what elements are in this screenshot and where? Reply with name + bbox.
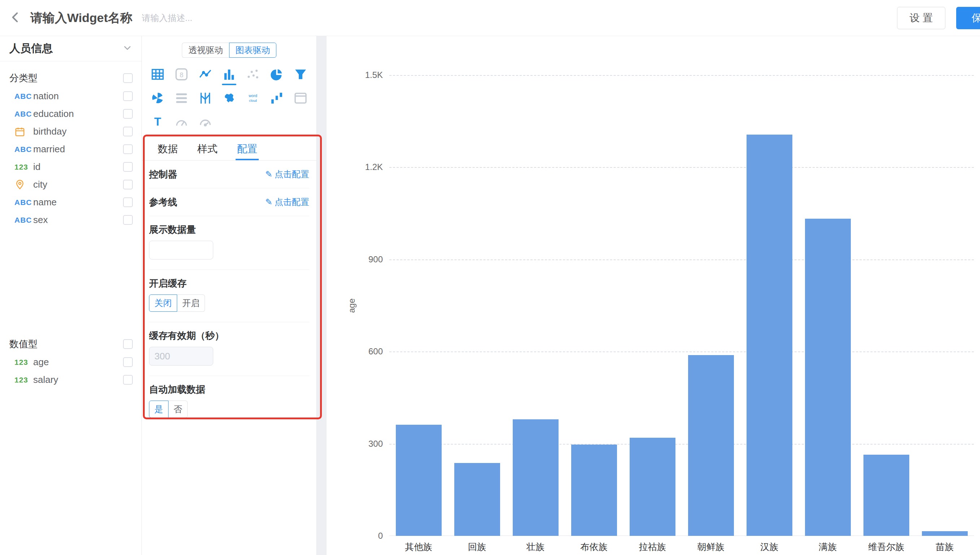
- x-axis-tick-label: 汉族: [740, 541, 799, 553]
- gauge-icon[interactable]: [171, 112, 192, 132]
- controller-label: 控制器: [149, 169, 177, 180]
- auto-load-yes-button[interactable]: 是: [149, 401, 168, 418]
- y-axis-title: age: [347, 298, 357, 313]
- field-name: birthday: [33, 126, 123, 137]
- field-row-age[interactable]: 123age: [0, 353, 141, 371]
- gridline: [389, 167, 974, 168]
- field-row-city[interactable]: city: [0, 176, 141, 193]
- field-row-sex[interactable]: ABCsex: [0, 211, 141, 229]
- settings-button[interactable]: 设 置: [897, 7, 945, 29]
- dial-icon[interactable]: [195, 112, 215, 132]
- field-section-label: 数值型: [10, 338, 37, 350]
- y-axis-tick-label: 900: [368, 254, 383, 265]
- mode-pivot-drive[interactable]: 透视驱动: [182, 43, 229, 58]
- field-checkbox[interactable]: [123, 109, 133, 119]
- cache-expiry-label: 缓存有效期（秒）: [149, 330, 309, 341]
- y-axis-tick-label: 1.2K: [365, 162, 383, 172]
- x-axis-tick-label: 维吾尔族: [857, 541, 915, 553]
- cache-off-button[interactable]: 关闭: [149, 294, 177, 312]
- field-section: 分类型ABCnationABCeducationbirthdayABCmarri…: [0, 69, 141, 229]
- reference-line-configure-text: 点击配置: [275, 196, 309, 208]
- rich-text-icon[interactable]: T: [147, 112, 168, 132]
- table-icon[interactable]: [147, 64, 168, 85]
- field-checkbox[interactable]: [123, 215, 133, 225]
- field-section: 数值型123age123salary: [0, 335, 141, 389]
- china-map-icon[interactable]: [219, 88, 239, 108]
- x-axis-tick-label: 朝鲜族: [682, 541, 740, 553]
- field-row-birthday[interactable]: birthday: [0, 123, 141, 140]
- section-checkbox[interactable]: [123, 339, 133, 349]
- tab-data[interactable]: 数据: [154, 138, 181, 160]
- cache-block: 开启缓存 关闭 开启: [149, 270, 309, 322]
- field-name: salary: [33, 374, 123, 385]
- field-row-education[interactable]: ABCeducation: [0, 105, 141, 123]
- field-checkbox[interactable]: [123, 162, 133, 172]
- section-checkbox[interactable]: [123, 73, 133, 83]
- line-chart-icon[interactable]: [195, 64, 215, 85]
- back-button[interactable]: [6, 8, 26, 28]
- y-axis-tick-label: 600: [368, 346, 383, 356]
- radar-icon[interactable]: [147, 88, 168, 108]
- field-row-nation[interactable]: ABCnation: [0, 87, 141, 105]
- tab-style[interactable]: 样式: [194, 138, 221, 160]
- auto-load-block: 自动加载数据 是 否: [149, 376, 309, 428]
- cache-on-button[interactable]: 开启: [177, 294, 205, 312]
- field-row-married[interactable]: ABCmarried: [0, 140, 141, 158]
- widget-description[interactable]: 请输入描述...: [142, 12, 192, 24]
- mode-chart-drive[interactable]: 图表驱动: [229, 43, 276, 58]
- field-name: education: [33, 108, 123, 119]
- string-type-badge: ABC: [14, 110, 33, 119]
- field-row-salary[interactable]: 123salary: [0, 371, 141, 389]
- bar-布依族: [571, 444, 617, 536]
- sankey-icon[interactable]: [171, 88, 192, 108]
- field-checkbox[interactable]: [123, 197, 133, 207]
- controller-row: 控制器 ✎ 点击配置: [149, 160, 309, 188]
- field-checkbox[interactable]: [123, 91, 133, 101]
- controller-configure-text: 点击配置: [275, 168, 309, 180]
- scorecard-icon[interactable]: 8: [171, 64, 192, 85]
- word-cloud-icon[interactable]: wordcloud: [243, 88, 263, 108]
- field-name: nation: [33, 91, 123, 102]
- iframe-icon[interactable]: [290, 88, 311, 108]
- auto-load-no-button[interactable]: 否: [168, 401, 187, 418]
- field-row-name[interactable]: ABCname: [0, 193, 141, 211]
- controller-configure-link[interactable]: ✎ 点击配置: [265, 168, 309, 180]
- display-count-input[interactable]: [149, 241, 213, 260]
- bar-苗族: [922, 531, 968, 536]
- reference-line-label: 参考线: [149, 197, 177, 207]
- funnel-icon[interactable]: [290, 64, 311, 85]
- scatter-icon[interactable]: [243, 64, 263, 85]
- field-checkbox[interactable]: [123, 180, 133, 189]
- bar-朝鲜族: [688, 355, 734, 536]
- field-checkbox[interactable]: [123, 127, 133, 136]
- waterfall-icon[interactable]: [267, 88, 287, 108]
- field-name: sex: [33, 214, 123, 226]
- field-row-id[interactable]: 123id: [0, 158, 141, 176]
- parallel-icon[interactable]: [195, 88, 215, 108]
- string-type-badge: ABC: [14, 216, 33, 225]
- x-axis-tick-label: 其他族: [389, 541, 448, 553]
- x-axis-tick-label: 满族: [799, 541, 857, 553]
- tab-config[interactable]: 配置: [234, 138, 261, 160]
- field-checkbox[interactable]: [123, 357, 133, 367]
- reference-line-configure-link[interactable]: ✎ 点击配置: [265, 196, 309, 208]
- svg-text:8: 8: [180, 71, 183, 79]
- save-button[interactable]: 保 存: [956, 7, 980, 29]
- display-count-label: 展示数据量: [149, 224, 309, 235]
- dataset-header[interactable]: 人员信息: [0, 36, 141, 61]
- drive-mode-toggle: 透视驱动 图表驱动: [142, 43, 317, 58]
- pie-chart-icon[interactable]: [267, 64, 287, 85]
- number-type-badge: 123: [14, 358, 33, 367]
- bar-满族: [805, 219, 851, 536]
- field-name: name: [33, 197, 123, 208]
- field-section-head: 分类型: [0, 69, 141, 87]
- bar-chart-icon[interactable]: [219, 64, 239, 85]
- string-type-badge: ABC: [14, 198, 33, 207]
- field-checkbox[interactable]: [123, 375, 133, 385]
- field-checkbox[interactable]: [123, 144, 133, 154]
- widget-name[interactable]: 请输入Widget名称: [30, 10, 133, 26]
- cache-expiry-input[interactable]: [149, 347, 213, 366]
- panel-tabs: 数据 样式 配置: [142, 138, 317, 160]
- field-name: id: [33, 161, 123, 173]
- string-type-badge: ABC: [14, 145, 33, 154]
